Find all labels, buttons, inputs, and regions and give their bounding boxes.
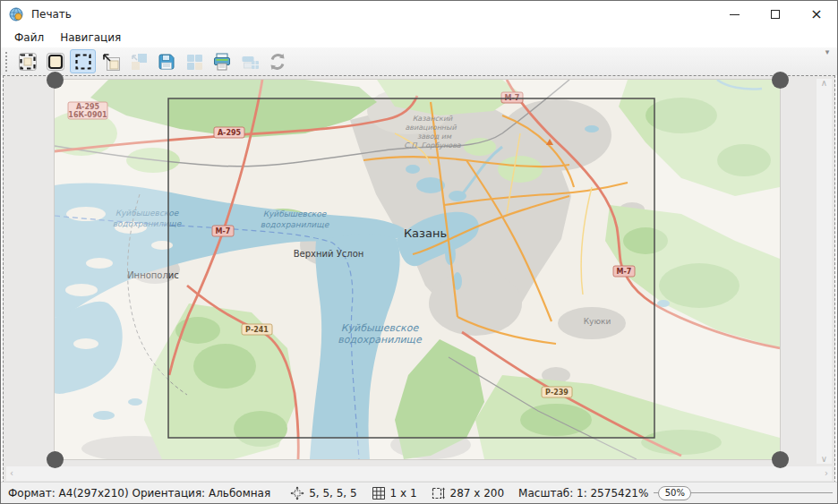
select-map-extent-button[interactable] [14, 49, 40, 73]
select-map-extent-icon [17, 51, 38, 73]
page-grid-status: 1 x 1 [372, 486, 417, 500]
print-tiles-icon [239, 51, 261, 73]
maximize-button[interactable] [755, 1, 796, 28]
shield-m7-mid: М-7 [212, 226, 234, 236]
svg-text:завод им: завод им [417, 132, 452, 141]
fit-selection-button [125, 49, 151, 73]
menu-file[interactable]: Файл [6, 30, 52, 46]
map-corner-handle-top-left[interactable] [47, 72, 64, 89]
toolbar-overflow-button[interactable]: ▾ [821, 49, 834, 62]
svg-text:водохранилище: водохранилище [261, 220, 330, 229]
select-page-extent-icon [45, 51, 66, 73]
toolbar-grip[interactable] [5, 52, 9, 72]
shield-m7-right: М-7 [613, 266, 635, 277]
map-corner-handle-bottom-left[interactable] [47, 451, 64, 468]
close-button[interactable]: × [796, 1, 837, 28]
fit-selection-icon [128, 51, 150, 73]
vertical-scrollbar[interactable]: ∧ ∨ [817, 79, 832, 464]
svg-text:М-7: М-7 [216, 227, 231, 235]
scroll-up-icon[interactable]: ∧ [821, 79, 827, 88]
scale-value: Масштаб: 1: 257542 [518, 487, 631, 500]
grid-icon [372, 486, 386, 500]
svg-text:водохранилище: водохранилище [338, 334, 423, 346]
shield-a295: А-295 [214, 127, 244, 138]
select-rectangle-button[interactable] [70, 49, 96, 73]
margins-icon [290, 486, 304, 500]
map-corner-handle-bottom-right[interactable] [772, 451, 789, 468]
save-icon [156, 51, 177, 73]
print-button[interactable] [209, 49, 235, 73]
select-page-extent-button[interactable] [42, 49, 68, 73]
print-size-status: 287 x 200 [432, 486, 505, 500]
overflow-icon: ▾ [825, 47, 830, 56]
map-canvas[interactable]: Куйбышевское водохранилище Куйбышевское … [55, 80, 780, 459]
close-icon: × [810, 7, 822, 21]
svg-text:Куйбышевское: Куйбышевское [341, 322, 420, 334]
minimize-icon [730, 14, 740, 15]
city-label-kazan: Казань [404, 226, 447, 240]
status-bar: Формат: A4(297x210) Ориентация: Альбомна… [1, 482, 837, 503]
scroll-right-icon[interactable]: › [825, 469, 828, 478]
svg-text:Куйбышевское: Куйбышевское [263, 209, 328, 218]
svg-text:А-295: А-295 [218, 129, 242, 137]
margins-value: 5, 5, 5, 5 [309, 487, 356, 500]
town-label-verhniy-uslon: Верхний Услон [294, 249, 364, 259]
move-print-region-icon [100, 51, 122, 73]
scroll-left-icon[interactable]: ‹ [10, 469, 13, 478]
scale-status: Масштаб: 1: 257542 [518, 487, 631, 500]
zoom-control: 1% 50% 1000% [631, 485, 838, 501]
title-bar: Печать × [1, 1, 837, 28]
town-label-kuyuki: Куюки [584, 317, 611, 326]
globe-icon [9, 7, 24, 22]
move-print-region-button[interactable] [98, 49, 124, 73]
page-size-icon [432, 486, 446, 500]
page-grid-value: 1 x 1 [390, 487, 417, 500]
scroll-down-icon[interactable]: ∨ [821, 455, 827, 464]
svg-text:С.П. Горбунова: С.П. Горбунова [404, 141, 462, 149]
zoom-slider-thumb[interactable]: 50% [658, 486, 691, 500]
svg-text:Казанский: Казанский [413, 115, 453, 123]
save-button[interactable] [153, 49, 179, 73]
print-dialog-window: Печать × Файл Навигация [0, 0, 838, 504]
refresh-button[interactable] [264, 49, 290, 73]
zoom-min-label: 1% [631, 487, 648, 500]
format-orientation-label: Формат: A4(297x210) Ориентация: Альбомна… [8, 487, 270, 500]
svg-text:авиационный: авиационный [405, 124, 457, 132]
toolbar: ▾ [1, 47, 837, 75]
maximize-icon [771, 10, 780, 19]
print-size-value: 287 x 200 [450, 487, 505, 500]
map-corner-handle-top-right[interactable] [772, 72, 789, 89]
minimize-button[interactable] [714, 1, 755, 28]
svg-text:Р-241: Р-241 [245, 326, 269, 334]
print-icon [211, 51, 233, 73]
menu-bar: Файл Навигация [1, 28, 837, 47]
margins-status: 5, 5, 5, 5 [290, 486, 356, 500]
page-tiles-icon [184, 51, 205, 73]
menu-navigation[interactable]: Навигация [52, 30, 129, 46]
shield-p239: Р-239 [542, 387, 572, 397]
horizontal-scrollbar[interactable]: ‹ › [6, 466, 832, 481]
shield-p241: Р-241 [242, 324, 272, 335]
refresh-icon [267, 51, 288, 73]
zoom-slider[interactable]: 50% [654, 485, 833, 501]
svg-text:Р-239: Р-239 [545, 389, 569, 397]
map-viewport: Куйбышевское водохранилище Куйбышевское … [3, 75, 835, 483]
select-rectangle-icon [73, 51, 94, 73]
page-tiles-button [181, 49, 207, 73]
print-tiles-button [236, 49, 262, 73]
window-title: Печать [31, 8, 72, 21]
svg-text:М-7: М-7 [617, 268, 632, 276]
